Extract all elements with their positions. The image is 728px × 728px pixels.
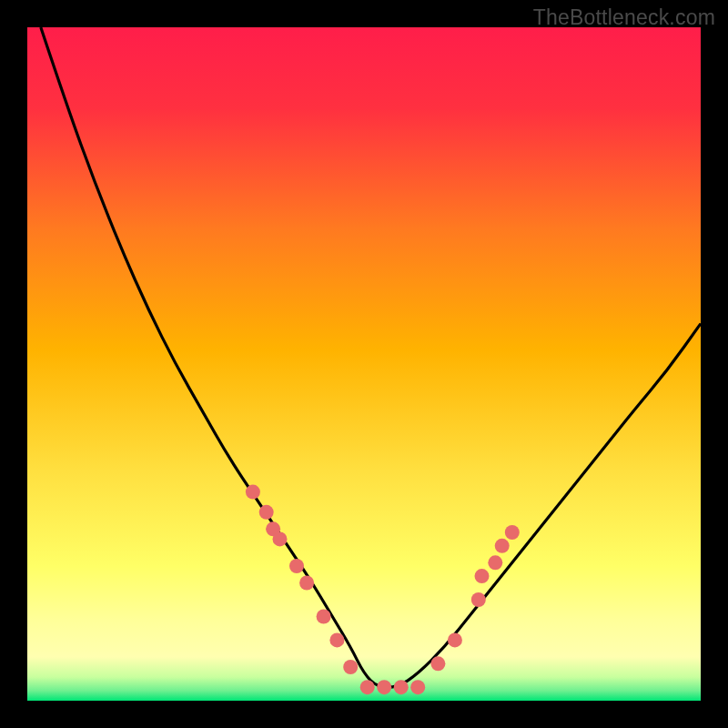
data-point xyxy=(377,680,391,694)
data-point xyxy=(360,680,375,694)
data-point xyxy=(488,555,502,570)
data-point xyxy=(430,656,445,671)
data-point xyxy=(273,531,288,546)
data-point xyxy=(289,559,304,573)
bottleneck-chart xyxy=(27,27,701,701)
data-point xyxy=(246,485,260,500)
data-point xyxy=(505,525,520,540)
data-point xyxy=(495,539,510,553)
data-point xyxy=(448,632,462,647)
data-point xyxy=(343,660,358,674)
watermark-text: TheBottleneck.com xyxy=(533,5,715,30)
data-point xyxy=(259,505,274,520)
data-point xyxy=(471,592,486,607)
data-point xyxy=(317,610,331,624)
data-point xyxy=(394,680,409,694)
data-point xyxy=(329,632,344,647)
data-point xyxy=(475,569,490,583)
data-point xyxy=(299,576,314,591)
chart-svg xyxy=(27,27,701,701)
data-point xyxy=(410,680,425,694)
chart-background xyxy=(27,27,701,701)
